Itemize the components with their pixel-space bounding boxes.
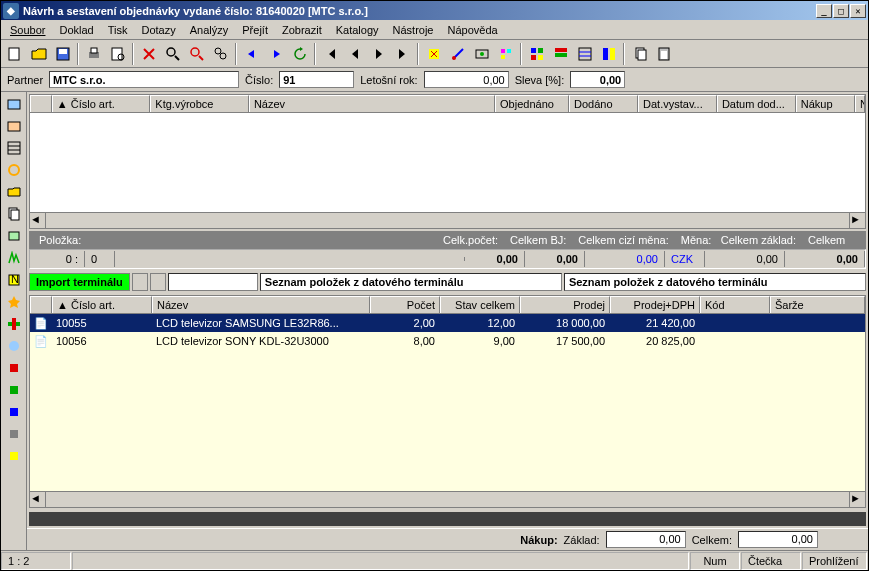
g2-prodej[interactable]: Prodej bbox=[520, 296, 610, 313]
upper-grid-body[interactable] bbox=[30, 113, 865, 212]
gb-2[interactable] bbox=[150, 273, 166, 291]
lb-11[interactable] bbox=[4, 314, 24, 334]
minimize-button[interactable]: _ bbox=[816, 4, 832, 18]
tb-undo[interactable] bbox=[240, 43, 263, 65]
lb-17[interactable] bbox=[4, 446, 24, 466]
row-cislo: 10056 bbox=[52, 333, 152, 349]
close-button[interactable]: ✕ bbox=[850, 4, 866, 18]
sb-msg bbox=[72, 552, 689, 570]
lower-grid-body[interactable]: 📄10055LCD televizor SAMSUNG LE32R86...2,… bbox=[30, 314, 865, 491]
tb-first[interactable] bbox=[319, 43, 342, 65]
gh-check[interactable] bbox=[30, 95, 52, 112]
sr-b: 0 bbox=[85, 251, 115, 267]
upper-grid-scroll[interactable]: ◄► bbox=[30, 212, 865, 228]
tb-save[interactable] bbox=[51, 43, 74, 65]
menu-nastroje[interactable]: Nástroje bbox=[386, 22, 441, 38]
menu-prejit[interactable]: Přejít bbox=[235, 22, 275, 38]
tb-new[interactable] bbox=[3, 43, 26, 65]
sb-prohlizeni: Prohlížení bbox=[802, 552, 867, 570]
gb-1[interactable] bbox=[132, 273, 148, 291]
lb-16[interactable] bbox=[4, 424, 24, 444]
tb-view3[interactable] bbox=[573, 43, 596, 65]
lb-7[interactable] bbox=[4, 226, 24, 246]
g2-cislo[interactable]: ▲ Číslo art. bbox=[52, 296, 152, 313]
gh-nakv[interactable]: Nákup v. bbox=[855, 95, 865, 112]
g2-proddph[interactable]: Prodej+DPH bbox=[610, 296, 700, 313]
menu-tisk[interactable]: Tisk bbox=[101, 22, 135, 38]
lb-3[interactable] bbox=[4, 138, 24, 158]
g2-pocet[interactable]: Počet bbox=[370, 296, 440, 313]
row-pocet: 2,00 bbox=[370, 315, 440, 331]
sr-c: 0,00 bbox=[465, 251, 525, 267]
tb-find[interactable] bbox=[161, 43, 184, 65]
menu-zobrazit[interactable]: Zobrazit bbox=[275, 22, 329, 38]
tb-tool3[interactable] bbox=[470, 43, 493, 65]
tb-redo[interactable] bbox=[264, 43, 287, 65]
g2-stav[interactable]: Stav celkem bbox=[440, 296, 520, 313]
sr-d: 0,00 bbox=[525, 251, 585, 267]
lb-6[interactable] bbox=[4, 204, 24, 224]
lower-grid-scroll[interactable]: ◄► bbox=[30, 491, 865, 507]
partner-input[interactable] bbox=[49, 71, 239, 88]
tb-print[interactable] bbox=[82, 43, 105, 65]
cislo-input[interactable] bbox=[279, 71, 354, 88]
gh-ktg[interactable]: Ktg.výrobce bbox=[150, 95, 249, 112]
lb-2[interactable] bbox=[4, 116, 24, 136]
g2-kod[interactable]: Kód bbox=[700, 296, 770, 313]
sleva-input[interactable] bbox=[570, 71, 625, 88]
sr-mena: CZK bbox=[665, 251, 705, 267]
maximize-button[interactable]: □ bbox=[833, 4, 849, 18]
gb-box1[interactable] bbox=[168, 273, 258, 291]
gh-nak[interactable]: Nákup bbox=[796, 95, 855, 112]
g2-chk[interactable] bbox=[30, 296, 52, 313]
gh-dod[interactable]: Dodáno bbox=[569, 95, 638, 112]
tb-open[interactable] bbox=[27, 43, 50, 65]
gh-cislo[interactable]: ▲ Číslo art. bbox=[52, 95, 151, 112]
import-button[interactable]: Import terminálu bbox=[29, 273, 130, 291]
lb-14[interactable] bbox=[4, 380, 24, 400]
lb-9[interactable]: N bbox=[4, 270, 24, 290]
tb-view1[interactable] bbox=[525, 43, 548, 65]
tb-tool4[interactable] bbox=[494, 43, 517, 65]
tb-preview[interactable] bbox=[106, 43, 129, 65]
menu-katalogy[interactable]: Katalogy bbox=[329, 22, 386, 38]
menu-analyzy[interactable]: Analýzy bbox=[183, 22, 236, 38]
tb-view2[interactable] bbox=[549, 43, 572, 65]
lb-1[interactable] bbox=[4, 94, 24, 114]
lb-4[interactable] bbox=[4, 160, 24, 180]
lb-12[interactable] bbox=[4, 336, 24, 356]
tb-next[interactable] bbox=[367, 43, 390, 65]
lb-5[interactable] bbox=[4, 182, 24, 202]
svg-point-48 bbox=[9, 341, 19, 351]
menu-napoveda[interactable]: Nápověda bbox=[441, 22, 505, 38]
tb-prev[interactable] bbox=[343, 43, 366, 65]
svg-rect-43 bbox=[9, 232, 19, 240]
table-row[interactable]: 📄10056LCD televizor SONY KDL-32U30008,00… bbox=[30, 332, 865, 350]
tb-view4[interactable] bbox=[597, 43, 620, 65]
lb-15[interactable] bbox=[4, 402, 24, 422]
gh-datv[interactable]: Dat.vystav... bbox=[638, 95, 717, 112]
tb-tool2[interactable] bbox=[446, 43, 469, 65]
lb-13[interactable] bbox=[4, 358, 24, 378]
tb-findall[interactable] bbox=[209, 43, 232, 65]
lb-10[interactable] bbox=[4, 292, 24, 312]
gh-obj[interactable]: Objednáno bbox=[495, 95, 569, 112]
svg-rect-36 bbox=[8, 122, 20, 131]
table-row[interactable]: 📄10055LCD televizor SAMSUNG LE32R86...2,… bbox=[30, 314, 865, 332]
tb-refresh[interactable] bbox=[288, 43, 311, 65]
tb-last[interactable] bbox=[391, 43, 414, 65]
tb-findred[interactable] bbox=[185, 43, 208, 65]
letosni-input[interactable] bbox=[424, 71, 509, 88]
g2-sarze[interactable]: Šarže bbox=[770, 296, 865, 313]
tb-copy[interactable] bbox=[628, 43, 651, 65]
tb-paste[interactable] bbox=[652, 43, 675, 65]
g2-nazev[interactable]: Název bbox=[152, 296, 370, 313]
lb-8[interactable] bbox=[4, 248, 24, 268]
menu-soubor[interactable]: Soubor bbox=[3, 22, 52, 38]
tb-delete[interactable] bbox=[137, 43, 160, 65]
gh-nazev[interactable]: Název bbox=[249, 95, 495, 112]
gh-datd[interactable]: Datum dod... bbox=[717, 95, 796, 112]
tb-tool1[interactable] bbox=[422, 43, 445, 65]
menu-dotazy[interactable]: Dotazy bbox=[135, 22, 183, 38]
menu-doklad[interactable]: Doklad bbox=[52, 22, 100, 38]
